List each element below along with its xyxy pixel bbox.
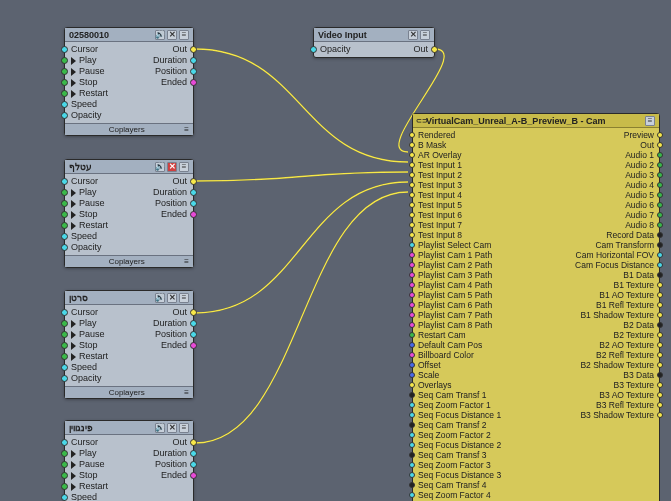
node-canvas[interactable]: 02580010🔊✕≡CursorOutPlayDurationPausePos… xyxy=(0,0,671,501)
node-n1[interactable]: 02580010🔊✕≡CursorOutPlayDurationPausePos… xyxy=(64,27,194,136)
input-port[interactable] xyxy=(409,442,415,448)
output-port[interactable] xyxy=(190,79,197,86)
output-port[interactable] xyxy=(657,192,663,198)
output-port[interactable] xyxy=(657,262,663,268)
input-port[interactable] xyxy=(409,232,415,238)
wire[interactable] xyxy=(195,172,408,181)
input-port[interactable] xyxy=(409,432,415,438)
output-port[interactable] xyxy=(190,178,197,185)
input-port[interactable] xyxy=(61,211,68,218)
input-port[interactable] xyxy=(61,450,68,457)
input-port[interactable] xyxy=(409,352,415,358)
input-port[interactable] xyxy=(409,212,415,218)
output-port[interactable] xyxy=(657,272,663,278)
input-port[interactable] xyxy=(409,372,415,378)
input-port[interactable] xyxy=(409,182,415,188)
output-port[interactable] xyxy=(657,282,663,288)
close-icon[interactable]: ✕ xyxy=(167,293,177,303)
output-port[interactable] xyxy=(190,211,197,218)
wire[interactable] xyxy=(195,192,408,443)
output-port[interactable] xyxy=(657,292,663,298)
input-port[interactable] xyxy=(61,68,68,75)
menu-icon[interactable]: ≡ xyxy=(420,30,430,40)
input-port[interactable] xyxy=(409,252,415,258)
input-port[interactable] xyxy=(61,353,68,360)
input-port[interactable] xyxy=(409,482,415,488)
menu-icon[interactable]: ≡ xyxy=(179,30,189,40)
close-icon[interactable]: ✕ xyxy=(167,423,177,433)
node-virtualcam[interactable]: ⊂⊃ VirtualCam_Unreal_A-B_Preview_B - Cam… xyxy=(412,113,660,501)
input-port[interactable] xyxy=(409,392,415,398)
input-port[interactable] xyxy=(61,461,68,468)
output-port[interactable] xyxy=(657,182,663,188)
menu-icon[interactable]: ≡ xyxy=(184,125,189,134)
input-port[interactable] xyxy=(61,189,68,196)
output-port[interactable] xyxy=(657,212,663,218)
input-port[interactable] xyxy=(409,242,415,248)
node-header[interactable]: עטלף🔊✕≡ xyxy=(65,160,193,174)
input-port[interactable] xyxy=(409,452,415,458)
output-port[interactable] xyxy=(190,309,197,316)
input-port[interactable] xyxy=(409,172,415,178)
input-port[interactable] xyxy=(409,192,415,198)
output-port[interactable] xyxy=(657,402,663,408)
input-port[interactable] xyxy=(409,332,415,338)
output-port[interactable] xyxy=(657,152,663,158)
input-port[interactable] xyxy=(409,282,415,288)
input-port[interactable] xyxy=(409,152,415,158)
input-port[interactable] xyxy=(409,462,415,468)
input-port[interactable] xyxy=(409,162,415,168)
input-port[interactable] xyxy=(409,322,415,328)
input-port[interactable] xyxy=(61,79,68,86)
input-port[interactable] xyxy=(61,101,68,108)
input-port[interactable] xyxy=(61,342,68,349)
output-port[interactable] xyxy=(657,372,663,378)
input-port[interactable] xyxy=(310,46,317,53)
output-port[interactable] xyxy=(657,132,663,138)
sound-icon[interactable]: 🔊 xyxy=(155,162,165,172)
output-port[interactable] xyxy=(657,222,663,228)
menu-icon[interactable]: ≡ xyxy=(645,116,655,126)
input-port[interactable] xyxy=(409,272,415,278)
output-port[interactable] xyxy=(190,200,197,207)
input-port[interactable] xyxy=(409,202,415,208)
output-port[interactable] xyxy=(657,202,663,208)
input-port[interactable] xyxy=(61,320,68,327)
output-port[interactable] xyxy=(657,232,663,238)
input-port[interactable] xyxy=(61,375,68,382)
sound-icon[interactable]: 🔊 xyxy=(155,30,165,40)
input-port[interactable] xyxy=(61,483,68,490)
menu-icon[interactable]: ≡ xyxy=(184,257,189,266)
node-header[interactable]: פינגווין🔊✕≡ xyxy=(65,421,193,435)
input-port[interactable] xyxy=(409,412,415,418)
output-port[interactable] xyxy=(657,332,663,338)
input-port[interactable] xyxy=(61,331,68,338)
input-port[interactable] xyxy=(409,492,415,498)
input-port[interactable] xyxy=(61,90,68,97)
output-port[interactable] xyxy=(657,412,663,418)
wire[interactable] xyxy=(195,49,408,162)
output-port[interactable] xyxy=(190,342,197,349)
output-port[interactable] xyxy=(657,242,663,248)
input-port[interactable] xyxy=(61,222,68,229)
output-port[interactable] xyxy=(657,342,663,348)
output-port[interactable] xyxy=(657,352,663,358)
input-port[interactable] xyxy=(409,132,415,138)
input-port[interactable] xyxy=(409,302,415,308)
output-port[interactable] xyxy=(431,46,438,53)
input-port[interactable] xyxy=(409,362,415,368)
input-port[interactable] xyxy=(409,422,415,428)
node-n3[interactable]: סרטן🔊✕≡CursorOutPlayDurationPausePositio… xyxy=(64,290,194,399)
output-port[interactable] xyxy=(190,189,197,196)
node-header[interactable]: ⊂⊃ VirtualCam_Unreal_A-B_Preview_B - Cam… xyxy=(413,114,659,128)
output-port[interactable] xyxy=(657,142,663,148)
output-port[interactable] xyxy=(190,331,197,338)
input-port[interactable] xyxy=(61,494,68,501)
input-port[interactable] xyxy=(61,472,68,479)
input-port[interactable] xyxy=(61,46,68,53)
output-port[interactable] xyxy=(657,302,663,308)
input-port[interactable] xyxy=(61,112,68,119)
output-port[interactable] xyxy=(657,312,663,318)
menu-icon[interactable]: ≡ xyxy=(179,293,189,303)
menu-icon[interactable]: ≡ xyxy=(179,423,189,433)
